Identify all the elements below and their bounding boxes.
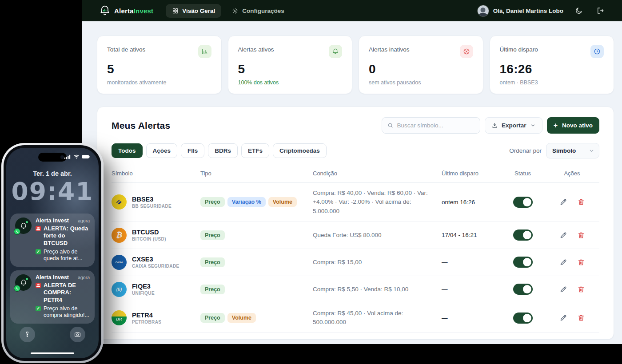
status-cell — [502, 229, 544, 241]
app-notification-icon — [15, 274, 32, 291]
search-icon — [387, 122, 393, 129]
gear-icon — [232, 8, 239, 14]
search-input[interactable] — [397, 122, 474, 129]
type-tag: Preço — [200, 257, 225, 267]
notification-preview-line: Preço alvo de queda forte at... — [36, 249, 90, 262]
dashboard-app: AlertaInvest Visão Geral Configurações — [82, 0, 622, 344]
column-header-acoes: Ações — [544, 170, 600, 177]
notification-alert-line: ALERTA: Queda forte do BTCUSD — [36, 225, 90, 247]
stat-title: Último disparo — [500, 45, 538, 53]
condition-text: Compra: R$ 40,00 · Venda: R$ 60,00 · Var… — [313, 189, 442, 216]
stat-value: 16:26 — [500, 62, 604, 76]
dynamic-island — [38, 153, 67, 162]
delete-button[interactable] — [577, 285, 585, 293]
stat-value: 5 — [238, 62, 343, 76]
status-toggle[interactable] — [513, 257, 533, 268]
type-tags: PreçoVolume — [200, 313, 313, 323]
notification-time: agora — [78, 218, 90, 223]
status-toggle[interactable] — [513, 197, 533, 208]
asset-symbol: PETR4 — [132, 312, 161, 319]
stat-card-ultimo-disparo: Último disparo 16:26 ontem · BBSE3 — [490, 36, 614, 94]
actions-cell — [544, 314, 600, 322]
asset-logo-text: ₿ — [116, 231, 122, 239]
bell-chart-logo-icon — [99, 5, 111, 16]
search-box — [382, 117, 480, 134]
new-asset-button[interactable]: + Novo ativo — [547, 117, 599, 134]
signal-icon — [64, 154, 71, 159]
phone-bezel: Ter. 1 de abr. 09:41 Alerta Invest a — [4, 145, 101, 361]
status-toggle[interactable] — [513, 313, 533, 324]
moon-icon — [575, 7, 583, 15]
asset-name: CAIXA SEGURIDADE — [132, 264, 179, 269]
asset-names: PETR4 PETROBRAS — [132, 312, 161, 324]
status-cell — [502, 284, 544, 295]
user-greeting: Olá, Daniel Martins Lobo — [493, 8, 563, 14]
clock-icon — [590, 45, 604, 58]
type-tags: Preço — [200, 230, 313, 240]
asset-name: BB SEGURIDADE — [132, 204, 171, 209]
category-filters: Todos Ações FIIs BDRs ETFs Criptomoedas — [112, 143, 327, 158]
export-button[interactable]: Exportar — [485, 117, 542, 134]
status-cell — [502, 197, 544, 208]
notification-alert-line: ALERTA DE COMPRA: PETR4 — [36, 282, 90, 304]
x-circle-icon — [460, 45, 473, 58]
notification-petr4[interactable]: Alerta Invest agora ALERTA DE COMPRA: PE… — [10, 270, 95, 324]
sort-select[interactable]: Símbolo — [546, 143, 599, 158]
export-label: Exportar — [502, 122, 526, 129]
column-header-tipo: Tipo — [200, 170, 313, 177]
edit-button[interactable] — [559, 258, 567, 266]
flashlight-button[interactable] — [20, 327, 35, 342]
edit-button[interactable] — [559, 198, 567, 206]
filter-fiis[interactable]: FIIs — [181, 143, 204, 158]
type-tag: Variação % — [227, 197, 266, 207]
table-row: (fi) FIQE3 UNIFIQUE Preço Compra: R$ 5,5… — [112, 276, 599, 303]
wifi-icon — [73, 154, 80, 159]
type-tags: Preço — [200, 285, 313, 294]
condition-text: Compra: R$ 5,50 · Venda: R$ 10,00 — [313, 285, 442, 294]
filter-criptomoedas[interactable]: Criptomoedas — [273, 143, 327, 158]
notification-body: Alerta Invest agora ALERTA DE COMPRA: PE… — [36, 274, 90, 319]
edit-button[interactable] — [559, 231, 567, 239]
new-asset-label: Novo ativo — [562, 122, 593, 129]
delete-button[interactable] — [577, 231, 585, 239]
asset-logo: (fi) — [112, 282, 127, 297]
edit-button[interactable] — [559, 285, 567, 293]
notifications: Alerta Invest agora ALERTA: Queda forte … — [10, 214, 95, 324]
tab-configuracoes[interactable]: Configurações — [226, 4, 291, 18]
asset-names: BBSE3 BB SEGURIDADE — [132, 196, 171, 209]
filter-etfs[interactable]: ETFs — [241, 143, 269, 158]
status-toggle[interactable] — [513, 229, 533, 241]
tab-label: Visão Geral — [182, 8, 215, 14]
symbol-cell: ₿ BTCUSD BITCOIN (USD) — [112, 228, 200, 243]
delete-button[interactable] — [577, 198, 585, 206]
filter-bdrs[interactable]: BDRs — [208, 143, 238, 158]
camera-button[interactable] — [70, 327, 85, 342]
column-header-condicao: Condição — [313, 170, 442, 177]
stat-subtitle: monitorados ativamente — [107, 79, 211, 86]
status-toggle[interactable] — [513, 284, 533, 295]
filter-acoes[interactable]: Ações — [146, 143, 178, 158]
notification-time: agora — [78, 275, 90, 280]
delete-button[interactable] — [577, 258, 585, 266]
notification-btcusd[interactable]: Alerta Invest agora ALERTA: Queda forte … — [10, 214, 95, 267]
symbol-cell: CAIXA CXSE3 CAIXA SEGURIDADE — [112, 255, 200, 270]
symbol-cell: BBSE3 BB SEGURIDADE — [112, 194, 200, 210]
filter-todos[interactable]: Todos — [112, 143, 143, 158]
edit-button[interactable] — [559, 314, 567, 322]
bb-logo-icon — [115, 198, 124, 206]
delete-button[interactable] — [577, 314, 585, 322]
logout-button[interactable] — [594, 5, 606, 16]
tab-visao-geral[interactable]: Visão Geral — [166, 4, 221, 18]
dark-mode-toggle-button[interactable] — [573, 5, 585, 16]
notification-app-name: Alerta Invest — [36, 274, 69, 281]
status-cell — [502, 313, 544, 324]
green-dot — [26, 278, 28, 280]
stat-subtitle: sem ativos pausados — [369, 79, 473, 86]
last-trigger: — — [442, 286, 502, 293]
asset-symbol: BBSE3 — [132, 196, 171, 203]
condition-text: Compra: R$ 15,00 — [313, 258, 442, 267]
home-indicator[interactable] — [31, 352, 74, 355]
asset-names: CXSE3 CAIXA SEGURIDADE — [132, 256, 179, 269]
top-navbar: AlertaInvest Visão Geral Configurações — [82, 0, 622, 21]
table-row: BR PETR4 PETROBRAS PreçoVolume Compra: R… — [112, 303, 599, 333]
